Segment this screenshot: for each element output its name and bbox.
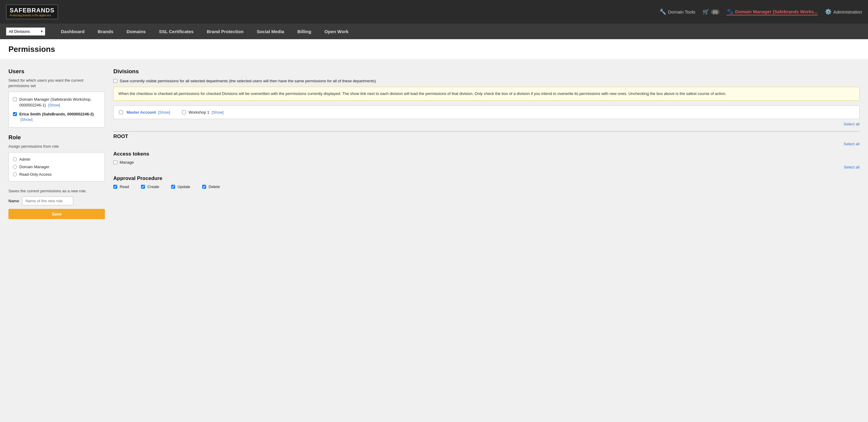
top-nav-links: 🔧 Domain Tools 🛒 (0) 🐾 Domain Manager (S… bbox=[659, 8, 862, 16]
sec-nav-dashboard[interactable]: Dashboard bbox=[54, 24, 91, 39]
main-content: Users Select for which users you want th… bbox=[0, 60, 868, 422]
page-title: Permissions bbox=[8, 44, 860, 54]
role-admin-label: Admin bbox=[19, 157, 30, 161]
list-item: Domain Manager bbox=[13, 163, 100, 171]
approval-read-label: Read bbox=[120, 184, 129, 189]
approval-delete-checkbox[interactable] bbox=[202, 185, 206, 189]
role-readonly-radio[interactable] bbox=[13, 173, 17, 176]
access-tokens-select-all-link[interactable]: Select all bbox=[844, 165, 860, 170]
division-select-input[interactable]: All Divisions bbox=[6, 27, 45, 36]
divisions-title: Divisions bbox=[113, 68, 860, 75]
logo-subtitle: Protecting brands in the digital era bbox=[10, 14, 55, 17]
division-master-account-label: Master Account [Show] bbox=[125, 110, 170, 115]
divisions-select-all-link[interactable]: Select all bbox=[844, 122, 860, 126]
list-item: Domain Manager (Safebrands Workshop, 000… bbox=[13, 95, 100, 110]
division-workshop1-checkbox[interactable] bbox=[182, 110, 186, 114]
nav-domain-tools-label: Domain Tools bbox=[668, 9, 695, 14]
role-admin-radio[interactable] bbox=[13, 157, 17, 161]
new-role-name-input[interactable] bbox=[22, 197, 73, 205]
division-workshop1-show[interactable]: [Show] bbox=[212, 110, 224, 115]
secondary-nav-links: Dashboard Brands Domains SSL Certificate… bbox=[54, 24, 355, 39]
approval-procedure-section: Approval Procedure Read Create Update De… bbox=[113, 175, 860, 189]
logo[interactable]: SAFEBRANDS Protecting brands in the digi… bbox=[6, 4, 58, 19]
sec-nav-social-media[interactable]: Social Media bbox=[250, 24, 291, 39]
nav-domain-tools[interactable]: 🔧 Domain Tools bbox=[659, 8, 695, 15]
save-divisions-label: Save currently visible permissions for a… bbox=[120, 79, 376, 84]
user1-label: Domain Manager (Safebrands Workshop, 000… bbox=[19, 97, 100, 108]
divisions-select-all-row: Select all bbox=[113, 121, 860, 126]
role-section: Role Assign permissions from role Admin … bbox=[8, 134, 105, 181]
divisions-grid: Master Account [Show] Workshop 1 [Show] bbox=[113, 106, 860, 119]
user2-label: Erica Smith (SafeBrands, 0000002246-2) [… bbox=[19, 112, 100, 122]
approval-procedure-title: Approval Procedure bbox=[113, 175, 860, 181]
user2-checkbox[interactable] bbox=[13, 112, 17, 116]
divisions-warning: When the checkbox is checked all permiss… bbox=[113, 87, 860, 101]
sec-nav-open-work[interactable]: Open Work bbox=[318, 24, 355, 39]
sec-nav-ssl[interactable]: SSL Certificates bbox=[152, 24, 200, 39]
access-token-manage-checkbox[interactable] bbox=[113, 160, 117, 164]
list-item: Manage bbox=[113, 160, 134, 164]
user1-checkbox[interactable] bbox=[13, 97, 17, 101]
approval-update-label: Update bbox=[178, 184, 190, 189]
page-title-bar: Permissions bbox=[0, 39, 868, 60]
division-selector[interactable]: All Divisions ▼ bbox=[6, 27, 45, 36]
access-token-manage-label: Manage bbox=[120, 160, 134, 164]
role-domain-manager-radio[interactable] bbox=[13, 165, 17, 169]
root-title: ROOT bbox=[113, 131, 860, 140]
cart-count: (0) bbox=[711, 9, 719, 14]
role-domain-manager-label: Domain Manager bbox=[19, 164, 50, 169]
approval-update-checkbox[interactable] bbox=[171, 185, 175, 189]
name-field-label: Name bbox=[8, 198, 19, 204]
left-panel: Users Select for which users you want th… bbox=[8, 68, 105, 416]
list-item: Master Account [Show] bbox=[119, 110, 170, 115]
user1-show-link[interactable]: [Show] bbox=[48, 103, 60, 107]
list-item: Update bbox=[171, 184, 190, 189]
access-tokens-section: Access tokens Manage Select all bbox=[113, 151, 860, 170]
users-subtitle: Select for which users you want the curr… bbox=[8, 78, 105, 89]
wrench-icon: 🔧 bbox=[659, 8, 666, 15]
role-readonly-label: Read-Only Access bbox=[19, 172, 52, 177]
approval-read-checkbox[interactable] bbox=[113, 185, 117, 189]
root-select-all-row: Select all bbox=[113, 141, 860, 146]
divisions-section: Divisions Save currently visible permiss… bbox=[113, 68, 860, 126]
nav-cart[interactable]: 🛒 (0) bbox=[703, 8, 719, 15]
list-item: Delete bbox=[202, 184, 220, 189]
division-workshop1-label: Workshop 1 [Show] bbox=[188, 110, 224, 115]
sec-nav-brand-protection[interactable]: Brand Protection bbox=[200, 24, 250, 39]
division-master-account-link[interactable]: Master Account bbox=[127, 110, 156, 115]
list-item: Workshop 1 [Show] bbox=[182, 110, 224, 115]
sec-nav-brands[interactable]: Brands bbox=[91, 24, 120, 39]
list-item: Erica Smith (SafeBrands, 0000002246-2) [… bbox=[13, 110, 100, 124]
role-title: Role bbox=[8, 134, 105, 141]
sec-nav-billing[interactable]: Billing bbox=[291, 24, 318, 39]
access-tokens-select-all-row: Select all bbox=[113, 164, 860, 170]
root-select-all-link[interactable]: Select all bbox=[844, 142, 860, 146]
approval-delete-label: Delete bbox=[209, 184, 220, 189]
logo-title: SAFEBRANDS bbox=[10, 7, 55, 14]
user2-show-link[interactable]: [Show] bbox=[21, 117, 33, 122]
nav-administration[interactable]: ⚙️ Administration bbox=[825, 8, 862, 15]
save-divisions-checkbox[interactable] bbox=[113, 79, 117, 83]
nav-domain-manager-label: Domain Manager (Safebrands Works... bbox=[735, 9, 818, 14]
division-master-account-show[interactable]: [Show] bbox=[158, 110, 170, 115]
approval-create-checkbox[interactable] bbox=[141, 185, 145, 189]
cart-icon: 🛒 bbox=[703, 8, 709, 15]
name-row: Name bbox=[8, 197, 105, 205]
list-item: Create bbox=[141, 184, 159, 189]
right-panel: Divisions Save currently visible permiss… bbox=[113, 68, 860, 416]
sec-nav-domains[interactable]: Domains bbox=[120, 24, 152, 39]
save-role-description: Saves the current permissions as a new r… bbox=[8, 189, 87, 193]
top-nav: SAFEBRANDS Protecting brands in the digi… bbox=[0, 0, 868, 24]
nav-administration-label: Administration bbox=[833, 9, 862, 14]
secondary-nav: All Divisions ▼ Dashboard Brands Domains… bbox=[0, 24, 868, 39]
list-item: Read bbox=[113, 184, 129, 189]
users-list: Domain Manager (Safebrands Workshop, 000… bbox=[8, 92, 105, 127]
role-subtitle: Assign permissions from role bbox=[8, 144, 105, 149]
save-button[interactable]: Save bbox=[8, 209, 105, 219]
list-item: Admin bbox=[13, 155, 100, 163]
roles-list: Admin Domain Manager Read-Only Access bbox=[8, 152, 105, 181]
save-divisions-row: Save currently visible permissions for a… bbox=[113, 79, 860, 84]
access-tokens-title: Access tokens bbox=[113, 151, 860, 157]
division-master-account-checkbox[interactable] bbox=[119, 110, 123, 114]
nav-domain-manager[interactable]: 🐾 Domain Manager (Safebrands Works... bbox=[727, 8, 818, 16]
